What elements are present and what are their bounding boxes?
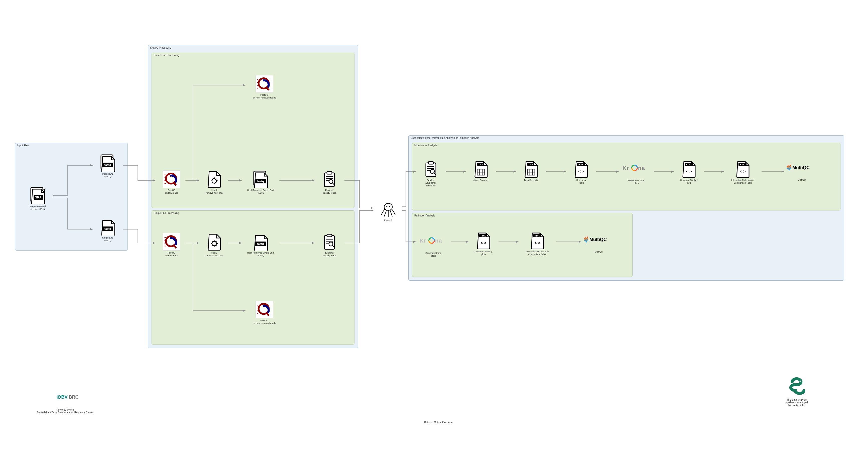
svg-text:< >: < > [686,170,692,174]
node-label: Interactive Multisample Comparison Table [520,250,555,256]
kraken-octopus-icon [379,201,397,218]
node-bracken: Bracken Abundance Estimation [417,160,445,187]
node-kraken2: Kraken2 [374,201,402,222]
node-label: Interactive Multisample Comparison Table [725,179,760,184]
node-label: Single End FASTQ [94,237,122,242]
node-sankey-micro: HTML < > Generate Sankey plots [675,160,703,184]
svg-text:Kr: Kr [622,165,629,171]
svg-text:MultiQC: MultiQC [792,165,810,170]
node-single-fastq: fastq Single End FASTQ [94,218,122,242]
svg-text:fastq: fastq [104,227,111,230]
node-label: FastQC on raw reads [158,251,185,257]
node-label: Host Removed Single End FASTQ [243,251,278,257]
node-label: Hisat2 remove host dna [200,251,228,257]
node-label: Sequence Read Archive (SRA) [24,205,51,211]
node-label: Host Removed Paired End FASTQ [243,189,278,194]
svg-rect-16 [327,172,332,174]
group-label: Microbiome Analysis [414,144,437,147]
svg-text:na: na [435,238,442,244]
svg-text:Kr: Kr [420,238,426,244]
fastq-file-icon: fastq [99,154,117,172]
node-label: Kraken2 classify reads [316,189,343,194]
group-label: Input Files [17,144,29,147]
powered-by-text: Powered by the Bacterial and Viral Bioin… [15,408,115,414]
group-label: FASTQ Processing [150,47,172,49]
node-label: Generate Sankey plots [675,179,703,184]
svg-rect-24 [327,234,332,237]
node-label: Paired End FASTQ [94,173,122,178]
node-label: Beta Diversity [517,179,545,182]
node-sra: SRA Sequence Read Archive (SRA) [24,187,51,211]
snakemake-text: This data analysis pipeline is managed b… [777,398,817,407]
multiqc-logo-icon: MultiQC [786,162,817,173]
group-label: User selects either Microbiome Analysis … [410,136,479,139]
group-label: Pathogen Analysis [414,214,435,217]
html-file-icon: HTML < > [529,232,546,249]
node-label: MultiQC [582,250,615,253]
svg-point-28 [389,206,391,207]
bvbrc-text: BV·BRC [61,395,79,400]
clipboard-search-icon [321,171,338,188]
svg-text:< >: < > [740,170,745,174]
svg-point-26 [384,204,393,211]
fastq-file-icon: fastq [99,218,117,236]
csv-file-icon: CSV [522,160,540,178]
svg-text:SRA: SRA [35,196,41,199]
node-fastqc-host-se: FastQC on host removed reads [247,301,282,325]
krona-logo-icon: Kr na [420,236,447,246]
svg-text:na: na [638,165,645,171]
node-multiqc-pathogen: MultiQC MultiQC [582,234,615,253]
svg-text:fastq: fastq [257,180,264,183]
snakemake-logo [788,377,805,395]
node-krona-micro: Kr na Generate Krona plots [620,163,653,185]
node-interactive-micro: HTML < > Interactive Multisample Compari… [725,160,760,184]
node-hisat-pe: Hisat2 remove host dna [200,171,228,194]
node-label: FastQC on host removed reads [247,319,282,325]
node-summary: HTML < > Summary Table [567,160,595,184]
node-label: Bracken Abundance Estimation [417,179,445,187]
detailed-output-text: Detailed Output Overview [401,421,476,424]
node-host-removed-pe: fastq Host Removed Paired End FASTQ [243,171,278,194]
node-kraken-se: Kraken2 classify reads [316,233,343,257]
clipboard-search-icon [321,233,338,250]
group-label: Paired End Processing [154,54,179,57]
node-label: Kraken2 [374,219,402,222]
svg-text:HTML: HTML [534,235,539,237]
html-file-icon: HTML < > [475,232,492,249]
node-kraken-pe: Kraken2 classify reads [316,171,343,194]
svg-text:< >: < > [480,241,486,245]
node-label: FastQC on host removed reads [247,94,282,99]
svg-text:HTML: HTML [740,164,745,165]
node-paired-fastq: fastq Paired End FASTQ [94,154,122,178]
svg-text:HTML: HTML [481,235,486,237]
node-interactive-pathogen: HTML < > Interactive Multisample Compari… [520,232,555,256]
svg-text:< >: < > [578,170,584,174]
html-file-icon: HTML < > [734,160,751,178]
fastq-file-icon: fastq [252,233,269,250]
gear-file-icon [206,171,223,188]
fastqc-icon [255,301,273,318]
fastqc-icon [255,75,273,93]
svg-text:CSV: CSV [529,163,533,165]
node-label: MultiQC [785,179,818,181]
gear-file-icon [206,233,223,250]
html-file-icon: HTML < > [680,160,698,178]
node-hisat-se: Hisat2 remove host dna [200,233,228,257]
svg-point-27 [386,206,388,207]
node-label: Alpha Diversity [467,179,495,182]
clipboard-search-icon [422,160,440,178]
svg-point-67 [800,380,801,382]
node-label: Generate Sankey plots [470,250,497,256]
node-alpha: CSV Alpha Diversity [467,160,495,182]
node-sankey-pathogen: HTML < > Generate Sankey plots [470,232,497,256]
node-label: Hisat2 remove host dna [200,189,228,194]
multiqc-logo-icon: MultiQC [584,234,614,244]
node-label: Generate Krona plots [620,179,653,185]
svg-text:fastq: fastq [104,163,111,166]
svg-rect-30 [428,162,433,164]
fastqc-icon [163,171,180,188]
svg-text:HTML: HTML [686,164,691,165]
svg-text:fastq: fastq [257,242,264,245]
node-fastqc-host-pe: FastQC on host removed reads [247,75,282,99]
node-host-removed-se: fastq Host Removed Single End FASTQ [243,233,278,257]
